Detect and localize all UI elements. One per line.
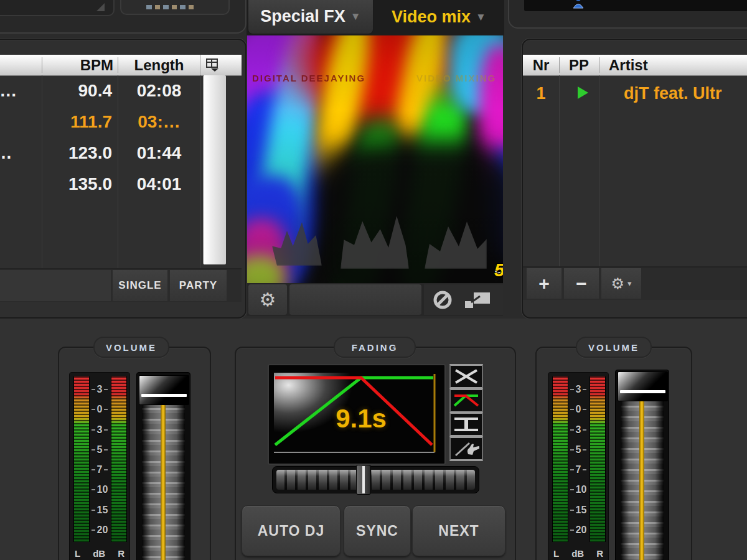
sync-button[interactable]: SYNC [344, 505, 411, 556]
ultramixer-window: Special FX ▼ Video mix ▼ DIGITAL DEEJAYI… [0, 0, 747, 560]
vu-scale: 3 0 3 5 7 10 15 20 [88, 384, 111, 536]
volume-right-label: VOLUME [576, 337, 652, 358]
fade-mode-curve-button[interactable] [449, 388, 483, 413]
manual-fade-hand-icon [453, 441, 479, 457]
playlist-table-header[interactable]: Nr PP Artist [523, 55, 747, 76]
track-length[interactable]: 04:01 [118, 169, 200, 200]
volume-fader-right-handle[interactable] [618, 371, 668, 401]
deck-button-remnant[interactable] [120, 0, 230, 15]
library-scrollbar[interactable] [203, 75, 226, 264]
library-table-header[interactable]: BPM Length [0, 55, 242, 76]
hard-cut-icon [453, 417, 479, 432]
vu-meter-footer: LdBR [75, 548, 125, 559]
library-header-bpm[interactable]: BPM [44, 55, 113, 75]
volume-left-label: VOLUME [93, 337, 169, 358]
single-mode-button[interactable]: SINGLE [113, 270, 167, 301]
playlist-table-body[interactable]: 1 djT feat. Ultr [523, 75, 747, 266]
tab-special-fx-label: Special FX [260, 7, 345, 26]
track-length[interactable]: 03:… [118, 106, 200, 138]
video-toolbar-spacer [289, 284, 421, 315]
vu-meter-footer: LdBR [553, 548, 603, 559]
playlist-settings-button[interactable]: ⚙ ▾ [601, 268, 641, 299]
next-button[interactable]: NEXT [412, 505, 505, 556]
minus-icon: − [576, 273, 587, 294]
playlist-row-artist[interactable]: djT feat. Ultr [624, 78, 722, 109]
track-bpm[interactable]: 123.0 [44, 138, 112, 169]
vu-led-column-l [552, 376, 568, 542]
gear-icon: ⚙ [260, 289, 276, 310]
fading-label: FADING [334, 337, 416, 358]
auto-dj-button[interactable]: AUTO DJ [242, 505, 341, 556]
play-icon[interactable] [578, 86, 588, 99]
watermark-text: VIDEO MIXING [416, 73, 496, 83]
track-title[interactable]: le… [0, 75, 17, 106]
crossfader[interactable] [272, 466, 479, 493]
tab-video-mix-label: Video mix [392, 7, 471, 27]
track-length[interactable]: 02:08 [118, 75, 200, 106]
vu-scale: 3 0 3 5 7 10 15 20 [567, 384, 590, 536]
crossfader-handle[interactable] [356, 465, 371, 495]
crossfade-curve-icon [453, 393, 479, 408]
column-chooser-icon[interactable] [206, 58, 220, 72]
track-title[interactable]: e… [0, 138, 12, 169]
video-toolbar-right [424, 284, 503, 315]
playlist-header-nr[interactable]: Nr [523, 55, 559, 75]
volume-fader-left-handle[interactable] [139, 375, 189, 405]
track-bpm[interactable]: 135.0 [44, 169, 112, 200]
playlist-row-nr[interactable]: 1 [523, 78, 559, 109]
track-bpm[interactable]: 111.7 [44, 106, 112, 138]
disable-video-icon[interactable] [433, 290, 453, 310]
party-mode-button[interactable]: PARTY [170, 270, 227, 301]
watermark-text: DIGITAL DEEJAYING [252, 73, 365, 83]
library-footer-spacer [0, 270, 111, 301]
vu-meter-left: 3 0 3 5 7 10 15 20 LdBR [69, 372, 130, 560]
track-bpm[interactable]: 90.4 [44, 75, 112, 106]
video-mix-display[interactable]: DIGITAL DEEJAYING VIDEO MIXING ULTRAMIXE… [247, 35, 503, 283]
fade-mode-manual-button[interactable] [449, 436, 483, 461]
deck-title-strip [524, 0, 747, 11]
remove-track-button[interactable]: − [564, 268, 599, 299]
chevron-down-icon: ▼ [476, 11, 486, 24]
vu-led-column-l [73, 376, 90, 542]
resize-grip-icon[interactable] [96, 3, 105, 11]
person-icon [571, 0, 585, 9]
fade-mode-cut-button[interactable] [449, 412, 483, 437]
playlist-header-pp[interactable]: PP [559, 55, 599, 75]
volume-fader-right[interactable] [615, 370, 669, 560]
playlist-header-artist[interactable]: Artist [609, 55, 648, 75]
video-settings-button[interactable]: ⚙ [248, 284, 287, 315]
track-length[interactable]: 01:44 [118, 138, 200, 169]
tab-special-fx[interactable]: Special FX ▼ [248, 0, 374, 34]
tab-video-mix[interactable]: Video mix ▼ [374, 0, 504, 34]
chevron-down-icon: ▾ [627, 279, 632, 288]
detach-window-icon[interactable] [464, 291, 491, 309]
fade-time-value: 9.1s [324, 404, 398, 434]
ultramixer-logo-version: 5 [494, 263, 503, 277]
gear-icon: ⚙ [611, 275, 624, 292]
chevron-down-icon: ▼ [350, 11, 361, 23]
vu-meter-right: 3 0 3 5 7 10 15 20 LdBR [548, 372, 609, 560]
plus-icon: + [538, 273, 550, 294]
clipped-label-fragment [146, 5, 194, 9]
fade-curve-display[interactable]: 9.1s [268, 364, 446, 465]
vu-led-column-r [111, 376, 127, 542]
crossfade-x-icon [453, 369, 479, 384]
library-header-length[interactable]: Length [118, 55, 200, 75]
add-track-button[interactable]: + [527, 268, 561, 299]
fade-mode-cross-button[interactable] [449, 364, 483, 389]
volume-fader-left[interactable] [136, 372, 190, 560]
vu-led-column-r [590, 376, 606, 542]
